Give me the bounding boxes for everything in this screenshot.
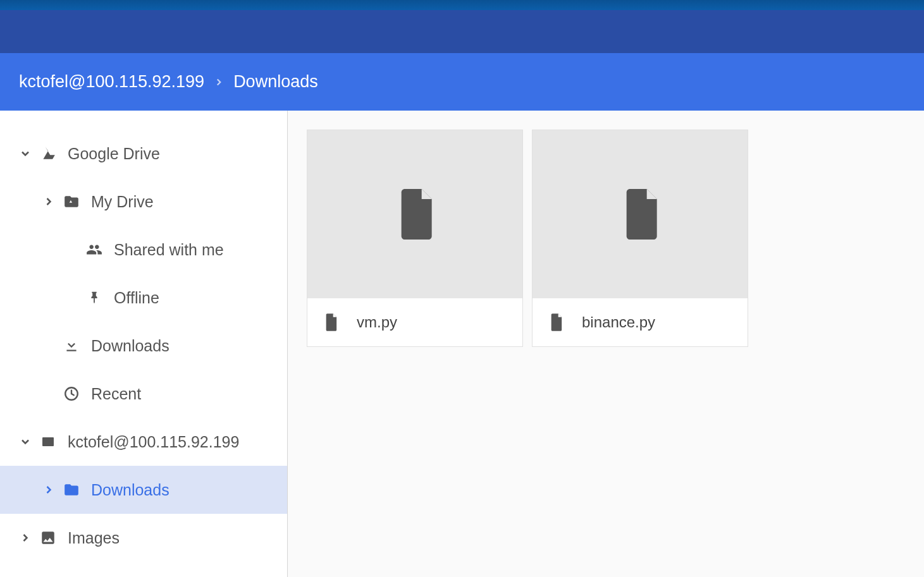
chevron-right-icon[interactable] — [39, 195, 58, 208]
chevron-right-icon — [213, 76, 225, 88]
file-icon — [549, 313, 563, 331]
drive-folder-icon — [62, 192, 81, 211]
clock-icon — [62, 384, 81, 403]
breadcrumb-current[interactable]: Downloads — [233, 72, 318, 92]
file-thumbnail — [533, 130, 748, 298]
pin-icon — [85, 288, 104, 307]
file-thumbnail — [307, 130, 522, 298]
chevron-right-icon[interactable] — [16, 531, 35, 544]
image-icon — [39, 528, 58, 547]
sidebar-item-downloads[interactable]: Downloads — [0, 322, 287, 370]
sidebar-item-google-drive[interactable]: Google Drive — [0, 130, 287, 178]
sidebar-item-label: Recent — [91, 385, 287, 403]
main-area: Google Drive My Drive Shared with me Off… — [0, 111, 924, 577]
file-grid: vm.py binance.py — [288, 111, 924, 577]
file-name: binance.py — [582, 313, 655, 331]
sidebar-item-images[interactable]: Images — [0, 514, 287, 562]
sidebar-item-shared[interactable]: Shared with me — [0, 226, 287, 274]
breadcrumb-root[interactable]: kctofel@100.115.92.199 — [19, 72, 204, 92]
chevron-down-icon[interactable] — [16, 147, 35, 160]
sidebar-item-label: kctofel@100.115.92.199 — [68, 433, 287, 451]
sidebar-item-label: My Drive — [91, 193, 287, 211]
sidebar-item-offline[interactable]: Offline — [0, 274, 287, 322]
chevron-down-icon[interactable] — [16, 435, 35, 448]
file-name: vm.py — [357, 313, 397, 331]
sidebar-item-label: Downloads — [91, 481, 287, 499]
file-footer: binance.py — [533, 298, 748, 346]
sidebar-item-remote-host[interactable]: kctofel@100.115.92.199 — [0, 418, 287, 466]
file-item[interactable]: binance.py — [532, 130, 748, 347]
breadcrumb: kctofel@100.115.92.199 Downloads — [0, 53, 924, 111]
folder-icon — [62, 480, 81, 499]
sidebar-item-label: Images — [68, 529, 287, 547]
download-icon — [62, 336, 81, 355]
sidebar-item-label: Offline — [114, 289, 287, 307]
window-top-strip — [0, 0, 924, 10]
file-footer: vm.py — [307, 298, 522, 346]
sidebar-item-label: Downloads — [91, 337, 287, 355]
sidebar-item-recent[interactable]: Recent — [0, 370, 287, 418]
file-icon — [324, 313, 338, 331]
window-title-bar — [0, 10, 924, 53]
sidebar-item-remote-downloads[interactable]: Downloads — [0, 466, 287, 514]
sidebar: Google Drive My Drive Shared with me Off… — [0, 111, 288, 577]
drive-icon — [39, 144, 58, 163]
sidebar-item-label: Shared with me — [114, 241, 287, 259]
chevron-right-icon[interactable] — [39, 483, 58, 496]
terminal-icon — [39, 432, 58, 451]
sidebar-item-my-drive[interactable]: My Drive — [0, 178, 287, 226]
people-icon — [85, 240, 104, 259]
sidebar-item-label: Google Drive — [68, 145, 287, 163]
svg-rect-1 — [42, 437, 54, 446]
file-item[interactable]: vm.py — [307, 130, 523, 347]
